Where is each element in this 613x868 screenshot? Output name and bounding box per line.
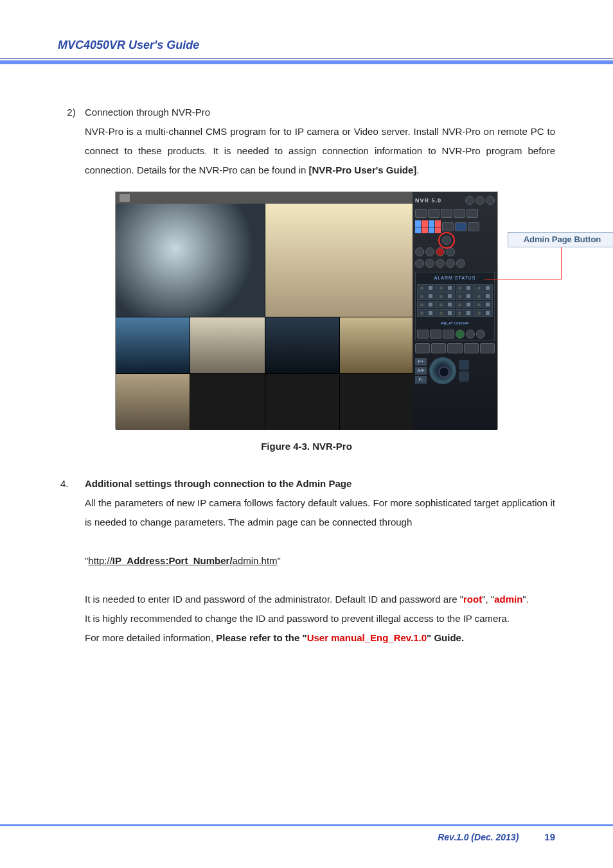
tool-icon [468,222,479,231]
camera-tile [265,204,414,317]
zoom-in-icon [459,360,469,370]
control-icon [456,259,465,268]
relay-title: RELAY ON/OFF [417,319,493,327]
ptz-focus-minus: F- [415,376,427,384]
control-icon [425,259,434,268]
ptz-autofocus: A/F [415,367,427,375]
tool-icon [447,343,462,353]
document-footer: Rev.1.0 (Dec. 2013) 19 [0,824,613,842]
alarm-status-panel: ALARM STATUS RELAY ON/OFF [415,272,495,341]
camera-tile [116,204,265,317]
section-heading: Additional settings through connection t… [85,474,555,493]
control-icon [436,259,445,268]
window-button [486,196,495,205]
paragraph: It is needed to enter ID and password of… [85,590,555,609]
ptz-control: F+ A/F F- [415,357,495,384]
document-page: MVC4050VR User's Guide 2) Connection thr… [0,0,613,868]
default-id: root [463,594,482,605]
ptz-focus-plus: F+ [415,358,427,366]
camera-tile [116,374,190,430]
camera-tile [116,317,190,373]
nvr-pro-screenshot: NVR 5.0 [115,191,498,429]
window-title-bar [116,192,414,204]
default-password: admin [494,594,522,605]
relay-icon [417,330,429,339]
bottom-tool-row [415,343,495,353]
paragraph: All the parameters of new IP camera foll… [85,493,555,532]
channel-thumbnails [415,220,441,233]
paragraph: For more detailed information, Please re… [85,628,555,648]
record-icon [436,247,445,256]
camera-tile [340,317,414,373]
header-rule [0,58,613,64]
list-item-paragraph: NVR-Pro is a multi-channel CMS program f… [85,122,555,180]
relay-icon [466,330,475,339]
document-content: 2) Connection through NVR-Pro NVR-Pro is… [58,103,555,648]
camera-tile [340,374,414,430]
nav-next-icon [428,209,440,218]
list-item-title: Connection through NVR-Pro [85,103,555,122]
alarm-status-title: ALARM STATUS [417,274,493,283]
paragraph: It is highly recommended to change the I… [85,609,555,628]
figure-caption: Figure 4-3. NVR-Pro [261,437,352,456]
admin-page-icon [442,236,451,245]
control-icon [446,247,455,256]
control-icon [415,259,424,268]
tool-icon [442,222,454,231]
footer-revision: Rev.1.0 (Dec. 2013) [438,832,519,842]
relay-icon [476,330,485,339]
admin-page-button-callout: Admin Page Button [508,232,613,247]
tool-icon [464,343,479,353]
highlight-circle [438,232,455,249]
relay-on-icon [456,330,465,339]
list-item-number: 4. [58,474,85,493]
nav-prev-icon [415,209,427,218]
camera-tile [265,374,339,430]
reference-user-manual: User manual_Eng_Rev.1.0 [307,632,427,643]
admin-url: http://IP_Address:Port_Number/admin.htm [88,555,277,566]
relay-icon [443,330,454,339]
list-item-number: 2) [58,103,85,122]
zoom-out-icon [459,371,469,382]
tool-icon [431,343,446,353]
camera-tile [190,374,264,430]
tool-icon [415,343,430,353]
layout-icon [466,209,478,218]
tool-icon [455,222,466,231]
admin-url-line: "http://IP_Address:Port_Number/admin.htm… [85,551,555,571]
layout-icon [441,209,452,218]
camera-tile [265,317,339,373]
control-icon [446,259,455,268]
footer-page-number: 19 [544,831,555,842]
reference-nvr-pro-guide: [NVR-Pro User's Guide] [309,164,417,175]
footer-rule [0,824,613,826]
camera-grid [116,204,414,430]
ptz-direction-wheel [429,357,456,384]
relay-icon [430,330,441,339]
list-item-2: 2) Connection through NVR-Pro NVR-Pro is… [58,103,555,180]
list-item-4: 4. Additional settings through connectio… [58,474,555,648]
tool-icon [480,343,495,353]
nvr-side-panel: NVR 5.0 [413,192,497,430]
layout-icon [454,209,465,218]
control-icon [415,247,424,256]
camera-tile [190,317,264,373]
figure-4-3: NVR 5.0 [58,191,555,456]
nvr-version-label: NVR 5.0 [415,195,441,206]
control-icon [425,247,434,256]
window-button [465,196,474,205]
document-header-title: MVC4050VR User's Guide [58,39,555,52]
window-button [475,196,484,205]
